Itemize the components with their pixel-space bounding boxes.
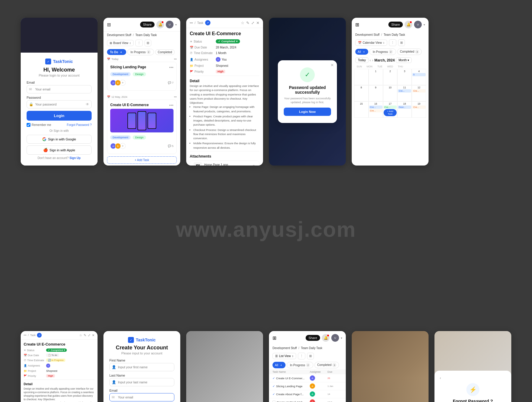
list-task-name: ✓ Slicing Landing Page bbox=[273, 385, 310, 388]
list-tab-completed[interactable]: Completed 3 bbox=[314, 362, 339, 368]
or-signin-text: Or Sign in with bbox=[27, 129, 92, 132]
list-row[interactable]: ✓ Slicing Landing Page A 1 Jan bbox=[269, 382, 346, 390]
cal-month-dropdown[interactable]: Month ▾ bbox=[396, 57, 412, 63]
calendar-icon: 📅 bbox=[190, 46, 193, 49]
cal-breadcrumb-current: Team Daily Task bbox=[384, 33, 405, 36]
task-more-icon[interactable]: ••• bbox=[174, 58, 177, 61]
tab-completed[interactable]: Completed bbox=[155, 49, 175, 55]
task-date-may: 📅12 May, 2024 ••• bbox=[107, 95, 177, 98]
sm-divider bbox=[24, 380, 95, 380]
day-mon: MON bbox=[364, 65, 375, 68]
sm-time-value: 🔄 In Progress bbox=[46, 359, 65, 362]
modal-close-button[interactable]: ✕ bbox=[330, 63, 334, 67]
cal-tab-completed[interactable]: Completed 3 bbox=[397, 48, 422, 55]
sm-user-icon: 👤 bbox=[24, 364, 27, 367]
create-email-input[interactable] bbox=[109, 393, 174, 401]
close-icon[interactable]: ✕ bbox=[256, 21, 259, 25]
notif-dot bbox=[162, 21, 163, 23]
add-task-button[interactable]: + Add Task bbox=[107, 156, 177, 164]
login-button[interactable]: Login bbox=[27, 111, 92, 121]
col-due: Due bbox=[327, 370, 342, 373]
share-icon-circle[interactable]: ↗ bbox=[205, 20, 210, 25]
cal-event: Cre... bbox=[412, 106, 426, 109]
cal-cell: 18 Desi... bbox=[397, 101, 412, 118]
cal-filter-button[interactable]: ⋮ bbox=[389, 39, 396, 46]
cal-status-tabs: All 4 In Progress 2 Completed 3 bbox=[352, 47, 429, 56]
cal-tab-inprogress[interactable]: In Progress 2 bbox=[369, 48, 396, 55]
signup-link[interactable]: Sign Up bbox=[69, 156, 81, 160]
share-button[interactable]: Share bbox=[140, 22, 155, 27]
edit-icon[interactable]: ✎ bbox=[246, 21, 249, 25]
sm-close-icon[interactable]: ✕ bbox=[92, 333, 95, 337]
list-share-button[interactable]: Share bbox=[306, 335, 320, 341]
list-assignee: A bbox=[310, 375, 327, 381]
task-more-dots-2[interactable]: ••• bbox=[169, 103, 173, 108]
apple-signin-button[interactable]: 🍎 Sign in with Apple bbox=[27, 145, 92, 155]
sm-assignees-label: 👤Assignees bbox=[24, 364, 44, 367]
due-date-value: 28 March, 2024 bbox=[216, 46, 236, 49]
list-view-button[interactable]: ☰ List View ↕ bbox=[273, 353, 296, 359]
cal-today-button[interactable]: Today bbox=[355, 57, 369, 63]
breadcrumb-dots: ••• bbox=[190, 21, 193, 25]
cal-sort-icon: ↕ bbox=[383, 41, 385, 44]
cal-view-options-button[interactable]: ⊞ bbox=[398, 39, 405, 46]
list-tab-inprogress[interactable]: In Progress 2 bbox=[287, 362, 313, 368]
sm-share-circle[interactable]: ↗ bbox=[37, 333, 42, 338]
lastname-input[interactable] bbox=[109, 378, 174, 386]
sm-edit-icon[interactable]: ✎ bbox=[84, 333, 86, 337]
sm-breadcrumb-dots: ••• bbox=[24, 334, 26, 337]
cal-event: Cre... bbox=[398, 89, 411, 93]
view-options-button[interactable]: ⊞ bbox=[145, 40, 151, 46]
email-input[interactable] bbox=[27, 85, 92, 93]
breadcrumb-root: Development Stuff bbox=[107, 33, 131, 37]
checkmark-icon: ✓ bbox=[218, 40, 220, 43]
cal-prev-button[interactable]: ‹ bbox=[370, 58, 371, 62]
cal-share-button[interactable]: Share bbox=[388, 22, 403, 27]
board-view-button[interactable]: ⊞ Board View ↕ bbox=[107, 40, 134, 46]
objective-item: Checkout Process: Design a streamlined c… bbox=[193, 128, 259, 141]
list-filter-button[interactable]: ⋮ bbox=[298, 353, 305, 359]
sm-star-icon[interactable]: ☆ bbox=[79, 333, 82, 337]
filter-button[interactable]: ⋮ bbox=[135, 40, 143, 46]
list-assignee: A bbox=[310, 391, 327, 397]
forgot-password-link[interactable]: Forgot Password ? bbox=[67, 123, 92, 127]
tab-todo-label: To Do bbox=[110, 51, 118, 54]
list-row[interactable]: Create UI Stock Mob... A 12 F bbox=[269, 398, 346, 402]
tab-todo[interactable]: To Do 4 bbox=[107, 49, 126, 55]
task-detail-small-card: ••• / Task ↗ ☆ ✎ ⤢ ✕ Create UI E-Commerc… bbox=[21, 331, 98, 402]
login-now-button[interactable]: Login Now bbox=[284, 108, 331, 116]
password-input[interactable] bbox=[27, 100, 92, 108]
firstname-input[interactable] bbox=[109, 363, 174, 371]
remember-checkbox[interactable] bbox=[27, 123, 30, 127]
list-row[interactable]: ✓ Create About Page f... A 14 bbox=[269, 390, 346, 398]
cal-tab-all[interactable]: All 4 bbox=[355, 49, 368, 55]
tab-inprogress[interactable]: In Progress 2 bbox=[127, 49, 154, 55]
forgot-back-button[interactable]: ‹ bbox=[440, 376, 506, 380]
sm-expand-icon[interactable]: ⤢ bbox=[88, 333, 90, 337]
task-more-icon-2[interactable]: ••• bbox=[174, 95, 177, 98]
sm-time-label: ⏱Time Estimate bbox=[24, 359, 44, 362]
notification-bell[interactable]: 🔔 bbox=[156, 21, 164, 28]
list-notif-bell[interactable]: 🔔 bbox=[322, 334, 330, 342]
list-row[interactable]: ✓ Create UI E-Commer... A 26 bbox=[269, 374, 346, 382]
cal-notification-bell[interactable]: 🔔 bbox=[405, 21, 412, 28]
expand-icon[interactable]: ⤢ bbox=[251, 21, 254, 25]
add-assignee-button-2[interactable]: + bbox=[120, 143, 126, 149]
star-icon[interactable]: ☆ bbox=[241, 21, 244, 25]
task-section-today: 📅Today ••• Slicing Landing Page ••• Deve… bbox=[103, 56, 180, 94]
list-options-button[interactable]: ⊞ bbox=[307, 353, 314, 359]
due-date-cell: 1 Jan bbox=[327, 385, 342, 388]
eye-icon[interactable]: 👁 bbox=[86, 102, 89, 106]
list-tab-all[interactable]: All 4 bbox=[273, 362, 286, 368]
cal-next-button[interactable]: › bbox=[372, 58, 373, 62]
list-completed-count: 3 bbox=[332, 363, 336, 367]
attachment-delete-button[interactable]: 🗑 bbox=[252, 164, 256, 166]
cal-add-task-button[interactable]: + Add Task bbox=[384, 109, 397, 116]
objective-item: Product Pages: Create product pages with… bbox=[193, 114, 259, 127]
task-more-dots[interactable]: ••• bbox=[169, 65, 173, 70]
add-assignee-button[interactable]: + bbox=[120, 80, 126, 86]
bolt-icon: ⚡ bbox=[469, 386, 477, 393]
breadcrumb-current: Team Daily Task bbox=[135, 33, 157, 37]
google-signin-button[interactable]: Sign in with Google bbox=[27, 135, 92, 144]
calendar-view-button[interactable]: 📅 Calendar View ↕ bbox=[355, 40, 387, 46]
